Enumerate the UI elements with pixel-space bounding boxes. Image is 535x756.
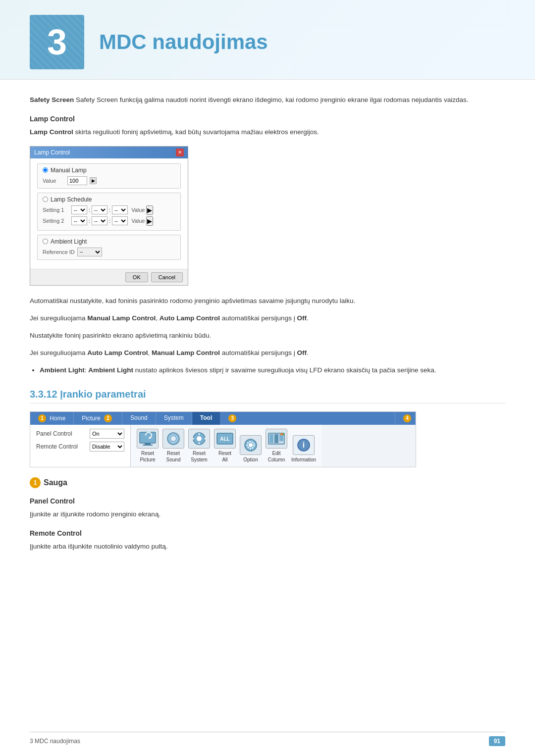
sauga-label: Sauga: [44, 478, 67, 487]
reset-sound-label: ResetSound: [166, 450, 181, 463]
dialog-titlebar: Lamp Control ✕: [30, 147, 188, 158]
tab-home-label: Home: [50, 414, 65, 421]
dialog-cancel-button[interactable]: Cancel: [151, 272, 183, 282]
setting2-min[interactable]: --: [92, 216, 107, 225]
manual-lamp-arrow-btn[interactable]: ▶: [90, 177, 97, 184]
tab-system[interactable]: System: [156, 412, 192, 425]
setting2-hour[interactable]: --: [71, 216, 87, 225]
svg-rect-0: [140, 432, 156, 443]
manual-lamp-radio[interactable]: [43, 167, 48, 173]
dialog-footer: OK Cancel: [30, 269, 188, 285]
dialog-body: Manual Lamp Value ▶ Lamp Schedule: [30, 158, 188, 269]
footer-page-number: 91: [489, 736, 505, 746]
svg-rect-1: [145, 443, 151, 445]
panel-control-subheading: Panel Control: [30, 497, 505, 505]
reset-system-icon: [188, 429, 210, 449]
panel-control-row: Panel Control On Off: [36, 429, 124, 439]
panel-control-desc: Įjunkite ar išjunkite rodomo įrenginio e…: [30, 509, 505, 520]
ambient-light-section: Ambient Light Reference ID --: [37, 235, 181, 260]
reset-sound-icon: [162, 429, 184, 449]
svg-text:i: i: [303, 441, 305, 449]
svg-rect-17: [274, 434, 278, 443]
svg-rect-20: [283, 433, 284, 435]
sauga-badge: 1: [30, 477, 41, 488]
tab-picture[interactable]: Picture 2: [74, 412, 122, 425]
manual-lamp-value-input[interactable]: [67, 176, 87, 185]
manual-auto-text: Jei sureguliuojama Manual Lamp Control, …: [30, 313, 505, 324]
reset-sound-item[interactable]: ResetSound: [162, 429, 184, 463]
edit-column-item[interactable]: EditColumn: [266, 429, 287, 463]
tab-home[interactable]: 1 Home: [30, 412, 74, 425]
dialog-close-button[interactable]: ✕: [176, 149, 184, 156]
setting2-arrow[interactable]: ▶: [146, 216, 153, 226]
ambient-light-radio-row: Ambient Light: [43, 238, 175, 245]
reset-all-item[interactable]: ALL ResetAll: [214, 429, 236, 463]
tab-system-label: System: [164, 414, 184, 421]
lamp-schedule-radio[interactable]: [43, 197, 48, 202]
reset-system-item[interactable]: ResetSystem: [188, 429, 210, 463]
tab-number-1: 1: [38, 414, 46, 422]
tab-number-4: 4: [403, 414, 411, 422]
setting2-label: Setting 2: [43, 218, 70, 224]
remote-control-desc: Įjunkite arba išjunkite nuotolinio valdy…: [30, 541, 505, 553]
ambient-light-label: Ambient Light: [51, 238, 87, 245]
ambient-light-radio[interactable]: [43, 239, 48, 244]
chapter-title: MDC naudojimas: [99, 30, 268, 54]
auto-text1: Automatiškai nustatykite, kad foninis pa…: [30, 296, 505, 307]
setting1-min[interactable]: --: [92, 205, 107, 214]
information-icon: i: [293, 435, 315, 455]
tab-sound-label: Sound: [130, 414, 148, 421]
setting1-arrow[interactable]: ▶: [146, 205, 153, 215]
tab-tool-label: Tool: [200, 414, 212, 421]
auto-manual-text: Jei sureguliuojama Auto Lamp Control, Ma…: [30, 348, 505, 359]
svg-rect-2: [143, 445, 153, 446]
tab-number-2: 2: [104, 414, 112, 422]
ambient-bullet: Ambient Light: Ambient Light nustato apl…: [40, 365, 505, 376]
remote-control-subheading: Remote Control: [30, 529, 505, 537]
lamp-schedule-label: Lamp Schedule: [51, 196, 92, 203]
option-label: Option: [243, 456, 258, 463]
svg-rect-16: [269, 434, 273, 443]
manual-lamp-radio-row: Manual Lamp: [43, 167, 175, 174]
lamp-control-desc: Lamp Control skirta reguliuoti foninį ap…: [30, 127, 505, 138]
information-item[interactable]: i Information: [291, 435, 316, 463]
bullet-list: Ambient Light: Ambient Light nustato apl…: [40, 365, 505, 376]
tab-spacer2: 4: [395, 412, 416, 425]
tab-tool[interactable]: Tool: [192, 412, 220, 425]
footer-left-text: 3 MDC naudojimas: [30, 738, 80, 745]
sauga-section-heading: 1 Sauga: [30, 477, 505, 488]
svg-point-13: [249, 443, 253, 447]
remote-control-row: Remote Control Disable Enable: [36, 442, 124, 452]
svg-point-9: [197, 436, 202, 441]
remote-control-select[interactable]: Disable Enable: [90, 442, 124, 452]
manual-lamp-label: Manual Lamp: [51, 167, 87, 174]
tab-sound[interactable]: Sound: [122, 412, 156, 425]
tab-number-3: 3: [228, 414, 236, 422]
chapter-number: 3: [30, 15, 84, 69]
tool-panel-body: Panel Control On Off Remote Control Disa…: [30, 425, 416, 467]
manual-lamp-section: Manual Lamp Value ▶: [37, 163, 181, 189]
setting1-hour[interactable]: --: [71, 205, 87, 214]
reset-picture-icon: [137, 429, 159, 449]
setting2-sec[interactable]: --: [112, 216, 128, 225]
reference-id-select[interactable]: --: [77, 248, 102, 256]
remote-control-label: Remote Control: [36, 443, 86, 450]
svg-rect-19: [280, 433, 283, 435]
safety-screen-para: Safety Screen Safety Screen funkciją gal…: [30, 95, 505, 106]
dialog-ok-button[interactable]: OK: [125, 272, 148, 282]
setting1-sec[interactable]: --: [112, 205, 128, 214]
header: 3 MDC naudojimas: [0, 0, 535, 80]
svg-text:ALL: ALL: [220, 436, 229, 442]
reset-picture-label: ResetPicture: [140, 450, 155, 463]
option-item[interactable]: Option: [240, 435, 262, 463]
setting2-row: Setting 2 -- : -- : -- Value ▶: [43, 216, 175, 226]
rankiniu-text: Nustatykite foninį pasirinkto ekrano apš…: [30, 330, 505, 342]
lamp-schedule-section: Lamp Schedule Setting 1 -- : -- : -- Val…: [37, 193, 181, 231]
tool-panel-icons: ResetPicture ResetSound: [131, 425, 322, 467]
dialog-title: Lamp Control: [34, 149, 70, 156]
reference-id-row: Reference ID --: [43, 248, 175, 256]
reset-picture-item[interactable]: ResetPicture: [137, 429, 159, 463]
tool-panel: 1 Home Picture 2 Sound System Tool 3 4: [30, 411, 416, 467]
panel-control-select[interactable]: On Off: [90, 429, 124, 439]
tool-panel-tabs: 1 Home Picture 2 Sound System Tool 3 4: [30, 412, 416, 425]
